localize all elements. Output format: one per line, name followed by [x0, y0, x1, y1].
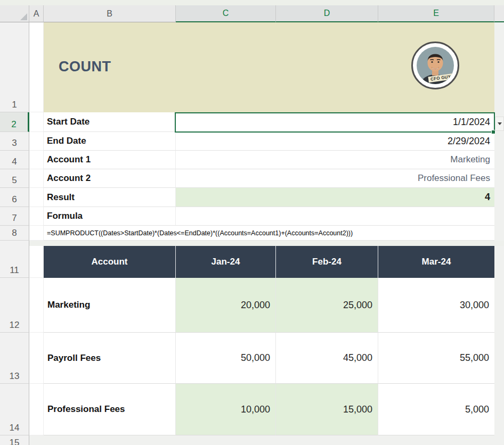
row-7: 7 Formula	[0, 207, 504, 226]
value-cell-jan[interactable]: 20,000	[176, 278, 276, 333]
cell-a7[interactable]	[29, 207, 44, 226]
cell-a1[interactable]	[29, 22, 44, 112]
value-cell-jan[interactable]: 50,000	[176, 333, 276, 384]
result-label-cell[interactable]: Result	[44, 188, 176, 207]
formula-label-cell[interactable]: Formula	[44, 207, 176, 226]
start-date-label-cell[interactable]: Start Date	[44, 112, 176, 132]
row-header-5[interactable]: 5	[0, 169, 29, 188]
outside-area	[494, 333, 504, 384]
row-5: 5 Account 2 Professional Fees	[0, 169, 504, 188]
row-header-7[interactable]: 7	[0, 207, 29, 226]
table-row: 12 Marketing 20,000 25,000 30,000	[0, 278, 504, 333]
cell-a2[interactable]	[29, 112, 44, 132]
account-name-cell[interactable]: Marketing	[44, 278, 176, 333]
empty-sheet-area	[29, 435, 504, 445]
column-header-d[interactable]: D	[276, 5, 378, 22]
row-11: 11 Account Jan-24 Feb-24 Mar-24	[0, 246, 504, 278]
outside-area	[494, 278, 504, 333]
end-date-label-cell[interactable]: End Date	[44, 132, 176, 151]
cell-a14[interactable]	[29, 384, 44, 435]
row-header-12[interactable]: 12	[0, 278, 29, 333]
outside-area	[494, 207, 504, 226]
value-cell-jan[interactable]: 10,000	[176, 384, 276, 435]
outside-area	[494, 22, 504, 112]
chevron-down-icon	[498, 122, 502, 125]
row-2: 2 Start Date 1/1/2024	[0, 112, 504, 132]
column-header-a[interactable]: A	[29, 5, 44, 22]
row-header-2[interactable]: 2	[0, 112, 29, 132]
row-header-15[interactable]: 15	[0, 435, 29, 445]
account2-value-cell[interactable]: Professional Fees	[176, 169, 494, 188]
row-header-3[interactable]: 3	[0, 132, 29, 151]
outside-area	[494, 169, 504, 188]
account2-label-cell[interactable]: Account 2	[44, 169, 176, 188]
sheet-title: COUNT	[59, 59, 111, 75]
account-name-cell[interactable]: Professional Fees	[44, 384, 176, 435]
row-header-1[interactable]: 1	[0, 22, 29, 112]
column-header-row: A B C D E	[0, 5, 504, 22]
row-1: 1 COUNT CFO GUY	[0, 22, 504, 112]
account1-value-cell[interactable]: Marketing	[176, 151, 494, 169]
table-row: 14 Professional Fees 10,000 15,000 5,000	[0, 384, 504, 435]
table-header-jan[interactable]: Jan-24	[176, 246, 276, 278]
cell-a6[interactable]	[29, 188, 44, 207]
column-header-f-sliver	[494, 5, 504, 22]
result-value-cell[interactable]: 4	[176, 188, 494, 207]
value-cell-mar[interactable]: 5,000	[378, 384, 494, 435]
row-3: 3 End Date 2/29/2024	[0, 132, 504, 151]
table-header-feb[interactable]: Feb-24	[276, 246, 378, 278]
hidden-rows-gutter	[0, 241, 29, 246]
title-card-cell[interactable]: COUNT CFO GUY	[44, 22, 494, 112]
select-all-triangle-icon	[20, 13, 27, 20]
row-8: 8 =SUMPRODUCT((Dates>StartDate)*(Dates<=…	[0, 226, 504, 241]
row-15: 15	[0, 435, 504, 445]
avatar-photo: CFO GUY	[417, 47, 454, 84]
hidden-rows-area	[29, 241, 504, 246]
excel-grid: A B C D E 1 COUNT	[0, 0, 504, 445]
avatar[interactable]: CFO GUY	[411, 42, 459, 89]
value-cell-mar[interactable]: 55,000	[378, 333, 494, 384]
row-header-14[interactable]: 14	[0, 384, 29, 435]
column-header-c[interactable]: C	[176, 5, 276, 22]
value-cell-feb[interactable]: 15,000	[276, 384, 378, 435]
cell-a3[interactable]	[29, 132, 44, 151]
row-header-8[interactable]: 8	[0, 226, 29, 241]
cell-a8[interactable]	[29, 226, 44, 241]
end-date-value-cell[interactable]: 2/29/2024	[176, 132, 494, 151]
outside-area	[494, 226, 504, 241]
row-header-13[interactable]: 13	[0, 333, 29, 384]
row-header-11[interactable]: 11	[0, 246, 29, 278]
formula-text-cell[interactable]: =SUMPRODUCT((Dates>StartDate)*(Dates<=En…	[44, 226, 494, 241]
value-cell-feb[interactable]: 25,000	[276, 278, 378, 333]
cell-a5[interactable]	[29, 169, 44, 188]
cell-a4[interactable]	[29, 151, 44, 169]
cell-a11[interactable]	[29, 246, 44, 278]
table-header-account[interactable]: Account	[44, 246, 176, 278]
column-header-b[interactable]: B	[44, 5, 176, 22]
outside-area	[494, 151, 504, 169]
account-name-cell[interactable]: Payroll Fees	[44, 333, 176, 384]
outside-area	[494, 246, 504, 278]
table-row: 13 Payroll Fees 50,000 45,000 55,000	[0, 333, 504, 384]
hidden-rows-gap	[0, 241, 504, 246]
formula-empty-value-cell[interactable]	[176, 207, 494, 226]
table-header-mar[interactable]: Mar-24	[378, 246, 494, 278]
cell-a13[interactable]	[29, 333, 44, 384]
value-cell-mar[interactable]: 30,000	[378, 278, 494, 333]
outside-area	[494, 132, 504, 151]
cell-a12[interactable]	[29, 278, 44, 333]
row-header-4[interactable]: 4	[0, 151, 29, 169]
row-6: 6 Result 4	[0, 188, 504, 207]
select-all-button[interactable]	[0, 5, 29, 22]
row-header-6[interactable]: 6	[0, 188, 29, 207]
row-4: 4 Account 1 Marketing	[0, 151, 504, 169]
value-cell-feb[interactable]: 45,000	[276, 333, 378, 384]
data-validation-dropdown-button[interactable]	[495, 117, 504, 131]
account1-label-cell[interactable]: Account 1	[44, 151, 176, 169]
outside-area	[494, 384, 504, 435]
column-header-e[interactable]: E	[378, 5, 494, 22]
outside-area	[494, 188, 504, 207]
start-date-value-cell[interactable]: 1/1/2024	[176, 112, 494, 132]
